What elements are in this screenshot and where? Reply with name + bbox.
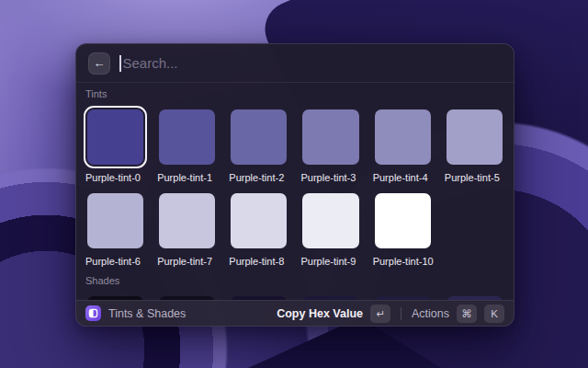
swatch-label: Purple-tint-2 (229, 172, 290, 184)
swatch-label: Purple-tint-6 (85, 256, 147, 268)
swatch-purple-shade-a[interactable] (84, 293, 147, 300)
shades-grid (84, 293, 506, 300)
swatch-purple-tint-10[interactable]: Purple-tint-10 (371, 190, 435, 268)
half-fill-swatch-icon (88, 308, 98, 318)
text-cursor (119, 55, 121, 72)
swatch-label: Purple-tint-0 (85, 172, 147, 184)
swatch-label: Purple-tint-10 (373, 256, 435, 268)
back-button[interactable]: ← (88, 52, 110, 75)
swatch-purple-tint-3[interactable]: Purple-tint-3 (299, 106, 362, 184)
swatch-purple-shade-f[interactable] (443, 293, 506, 300)
color-swatch (87, 109, 143, 165)
color-swatch (375, 193, 431, 248)
enter-key-badge[interactable]: ↵ (370, 305, 390, 323)
return-icon: ↵ (376, 307, 385, 320)
swatch-purple-tint-4[interactable]: Purple-tint-4 (371, 106, 435, 184)
color-swatch (159, 109, 215, 165)
swatch-label: Purple-tint-4 (373, 172, 435, 184)
selection-ring (84, 106, 147, 168)
swatch-label: Purple-tint-9 (300, 256, 362, 268)
swatch-purple-tint-1[interactable]: Purple-tint-1 (155, 106, 219, 184)
swatch-purple-tint-5[interactable]: Purple-tint-5 (443, 106, 506, 184)
swatch-label: Purple-tint-5 (445, 172, 506, 184)
swatch-label: Purple-tint-3 (300, 172, 362, 184)
search-placeholder: Search... (123, 55, 178, 71)
color-swatch (159, 193, 215, 248)
swatch-purple-tint-6[interactable]: Purple-tint-6 (84, 190, 147, 268)
footer-divider (401, 307, 401, 320)
search-bar: ← Search... (76, 44, 514, 83)
section-title-tints: Tints (85, 88, 506, 100)
swatch-purple-tint-0[interactable]: Purple-tint-0 (84, 106, 147, 184)
command-icon: ⌘ (461, 307, 472, 320)
color-swatch (447, 109, 503, 165)
color-swatch (231, 193, 287, 248)
swatch-label: Purple-tint-1 (157, 172, 219, 184)
search-input[interactable]: Search... (119, 44, 502, 82)
swatch-purple-tint-8[interactable]: Purple-tint-8 (227, 190, 290, 268)
actions-button[interactable]: Actions (412, 307, 449, 320)
tints-shades-app-icon (85, 305, 101, 321)
swatch-purple-tint-2[interactable]: Purple-tint-2 (227, 106, 290, 184)
color-swatch (87, 193, 143, 248)
color-swatch (375, 109, 431, 165)
footer-actions: Copy Hex Value ↵ Actions ⌘ K (277, 305, 504, 323)
extension-name: Tints & Shades (108, 307, 186, 320)
status-bar: Tints & Shades Copy Hex Value ↵ Actions … (76, 300, 514, 326)
launcher-window: ← Search... Tints Purple-tint-0 Purple-t… (75, 43, 514, 327)
swatch-label: Purple-tint-7 (157, 256, 219, 268)
swatch-purple-tint-7[interactable]: Purple-tint-7 (155, 190, 219, 268)
color-swatch (302, 193, 358, 248)
results-list: Tints Purple-tint-0 Purple-tint-1 Purple… (76, 83, 514, 300)
color-swatch (231, 109, 287, 165)
section-title-shades: Shades (85, 275, 506, 287)
k-key-label: K (491, 308, 498, 319)
swatch-purple-shade-b[interactable] (155, 293, 219, 300)
k-key-badge[interactable]: K (484, 305, 504, 323)
swatch-purple-shade-c[interactable] (227, 293, 290, 300)
color-swatch (302, 109, 358, 165)
tints-grid: Purple-tint-0 Purple-tint-1 Purple-tint-… (84, 106, 506, 268)
primary-action-label[interactable]: Copy Hex Value (277, 307, 363, 320)
swatch-purple-shade-e[interactable] (371, 293, 435, 300)
arrow-left-icon: ← (94, 57, 106, 69)
swatch-purple-tint-9[interactable]: Purple-tint-9 (299, 190, 362, 268)
command-key-badge[interactable]: ⌘ (457, 305, 477, 323)
swatch-label: Purple-tint-8 (229, 256, 290, 268)
swatch-purple-shade-d[interactable] (299, 293, 362, 300)
extension-chip: Tints & Shades (85, 305, 277, 321)
